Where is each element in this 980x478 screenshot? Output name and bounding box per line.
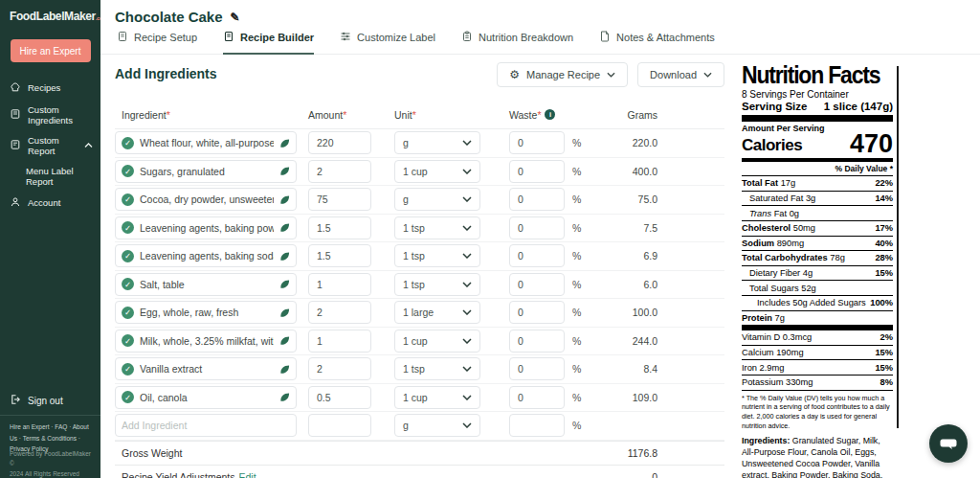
chevron-up-icon[interactable] [84,141,93,151]
waste-input[interactable] [509,273,565,296]
sidebar-item-account[interactable]: Account [0,192,100,216]
unit-select[interactable]: 1 tsp [394,216,480,239]
footer-link[interactable]: Terms & Conditions [23,435,77,442]
sidebar-item-label: Custom Ingredients [28,105,93,126]
amount-input[interactable] [308,330,371,353]
ingredient-field[interactable]: ✓ Leavening agents, baking soda [115,244,297,267]
footer-link[interactable]: Hire an Expert [10,423,50,430]
sidebar-item-label: Custom Report [28,136,78,157]
waste-input[interactable] [509,330,565,353]
add-ingredient-input[interactable] [115,414,297,437]
chevron-down-icon [462,366,472,372]
top-bar: Chocolate Cake ✎ Recipe Setup Recipe Bui… [100,0,980,55]
yield-edit-link[interactable]: Edit [238,471,256,478]
amount-input[interactable] [308,160,371,183]
tab-nutrition-breakdown[interactable]: Nutrition Breakdown [461,31,573,55]
ingredient-field[interactable]: ✓ Oil, canola [115,386,297,409]
app-logo: FoodLabelMaker.com [0,0,100,23]
ingredient-row: ✓ Leavening agents, baking powd... 1 tsp… [115,215,724,243]
sidebar-item-custom-report[interactable]: Custom Report [0,131,100,162]
ingredient-field[interactable]: ✓ Leavening agents, baking powd... [115,216,297,239]
amount-input[interactable] [308,244,371,267]
waste-input[interactable] [509,301,565,324]
add-waste-input[interactable] [509,414,565,437]
unit-select[interactable]: 1 cup [394,386,480,409]
amount-input[interactable] [308,386,371,409]
add-amount-input[interactable] [308,414,371,437]
recipe-setup-icon [117,31,128,44]
amount-input[interactable] [308,357,371,380]
waste-input[interactable] [509,131,565,154]
tab-recipe-builder[interactable]: Recipe Builder [223,31,314,55]
unit-select[interactable]: g [394,188,480,211]
nutrient-rows: Total Fat 17g 22% Saturated Fat 3g 14% T… [742,176,893,326]
waste-input[interactable] [509,244,565,267]
ingredient-field[interactable]: ✓ Vanilla extract [115,357,297,380]
ingredient-row: ✓ Cocoa, dry powder, unsweetened g % 75.… [115,186,724,215]
unit-select[interactable]: 1 cup [394,330,480,353]
page-title: Chocolate Cake ✎ [115,9,240,25]
recipe-yield-row: Recipe Yield AdjustmentsEdit 0 [115,465,724,478]
tab-recipe-setup[interactable]: Recipe Setup [117,31,197,55]
check-icon: ✓ [122,221,134,234]
leaf-icon [279,364,290,375]
ingredient-name: Oil, canola [140,392,274,403]
manage-recipe-button[interactable]: ⚙ Manage Recipe [497,62,628,87]
check-icon: ✓ [122,137,134,149]
chat-button[interactable] [929,424,968,463]
ingredient-name: Wheat flour, white, all-purpose, ... [140,137,274,148]
footer-link[interactable]: FAQ [55,423,67,430]
unit-select[interactable]: 1 tsp [394,244,480,267]
ingredient-field[interactable]: ✓ Egg, whole, raw, fresh [115,301,297,324]
sign-out-button[interactable]: Sign out [0,389,100,412]
amount-input[interactable] [308,216,371,239]
amount-input[interactable] [308,273,371,296]
waste-input[interactable] [509,188,565,211]
amount-input[interactable] [308,301,371,324]
waste-percent-sign: % [572,250,586,262]
waste-input[interactable] [509,160,565,183]
download-button[interactable]: Download [637,62,724,87]
nutrient-row: Total Fat 17g 22% [742,176,893,192]
edit-title-icon[interactable]: ✎ [231,11,240,24]
amount-input[interactable] [308,188,371,211]
waste-input[interactable] [509,357,565,380]
ingredient-field[interactable]: ✓ Milk, whole, 3.25% milkfat, with... [115,330,297,353]
servings-per-container: 8 Servings Per Container [742,89,893,100]
waste-input[interactable] [509,216,565,239]
chevron-down-icon [462,196,472,202]
ingredient-field[interactable]: ✓ Cocoa, dry powder, unsweetened [115,188,297,211]
ingredient-row: ✓ Leavening agents, baking soda 1 tsp % … [115,242,724,271]
ingredient-field[interactable]: ✓ Sugars, granulated [115,160,297,183]
nutrition-breakdown-icon [461,31,473,44]
ingredient-field[interactable]: ✓ Salt, table [115,273,297,296]
waste-info-icon[interactable]: i [545,109,555,120]
unit-select[interactable]: 1 tsp [394,357,480,380]
nutrient-row: Cholesterol 50mg 17% [742,221,893,237]
unit-select[interactable]: 1 cup [394,160,480,183]
leaf-icon [279,307,290,318]
waste-input[interactable] [509,386,565,409]
waste-percent-sign: % [572,420,586,431]
sidebar-item-recipes[interactable]: Recipes [0,77,100,101]
vitamin-row: Calcium 190mg15% [742,346,893,361]
add-unit-select[interactable]: g [394,414,480,437]
unit-select[interactable]: 1 large [394,301,480,324]
tab-bar: Recipe Setup Recipe Builder Customize La… [117,31,715,55]
amount-input[interactable] [308,131,371,154]
yield-value: 0 [256,471,724,478]
ingredient-name: Leavening agents, baking soda [140,250,274,262]
sidebar-item-menu-label-report[interactable]: Menu Label Report [0,162,100,193]
ingredient-field[interactable]: ✓ Wheat flour, white, all-purpose, ... [115,131,297,154]
hire-expert-button[interactable]: Hire an Expert [11,39,91,62]
unit-select[interactable]: g [394,131,480,154]
grams-value: 6.0 [586,279,724,290]
thick-bar [742,115,893,122]
book-icon [10,108,21,123]
waste-percent-sign: % [572,335,586,347]
unit-select[interactable]: 1 tsp [394,273,480,296]
grams-value: 400.0 [586,166,724,177]
tab-customize-label[interactable]: Customize Label [340,31,435,55]
tab-notes-attachments[interactable]: Notes & Attachments [599,31,715,55]
sidebar-item-custom-ingredients[interactable]: Custom Ingredients [0,101,100,131]
